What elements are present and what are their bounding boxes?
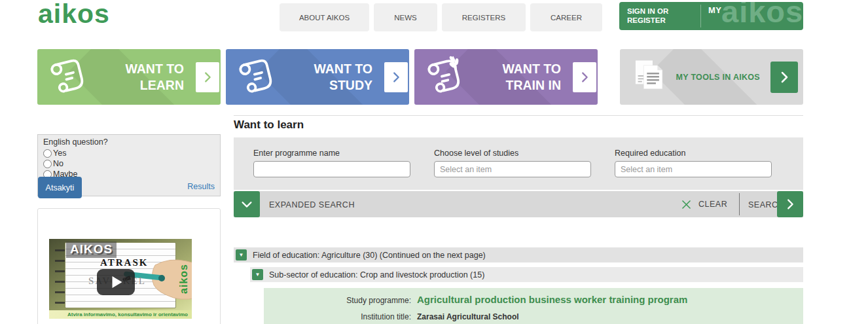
institution-title-value: Zarasai Agricultural School <box>417 312 519 321</box>
required-education-select[interactable] <box>615 161 772 177</box>
study-programme-card[interactable]: Study programme: Agricultural production… <box>264 288 803 324</box>
poll-submit-button[interactable]: Atsakyti <box>38 177 82 198</box>
video-thumbnail[interactable]: AIKOS ATRASK SAVO KEL aikos Atvira infor… <box>49 239 192 319</box>
radio-no[interactable] <box>43 160 52 168</box>
study-programme-link[interactable]: Agricultural production business worker … <box>417 294 687 305</box>
clear-button[interactable]: CLEAR <box>680 191 727 217</box>
result-group-sub-sector[interactable]: Sub-sector of education: Crop and livest… <box>250 267 803 282</box>
expanded-search-label: EXPANDED SEARCH <box>269 200 355 209</box>
chevron-down-icon <box>240 197 254 211</box>
poll-option-no[interactable]: No <box>43 158 215 169</box>
field-programme-name: Enter programme name <box>253 149 410 177</box>
thumbnail-side-brand: aikos <box>178 264 190 294</box>
aikos-logo[interactable]: aikos <box>38 0 110 29</box>
my-aikos-label: MY <box>708 5 722 15</box>
result-group-label: Sub-sector of education: Crop and livest… <box>269 270 484 279</box>
scroll-icon <box>46 56 88 98</box>
nav-career[interactable]: CAREER <box>530 3 602 31</box>
page: aikos ABOUT AIKOS NEWS REGISTERS CAREER … <box>0 0 868 324</box>
level-of-studies-select[interactable] <box>434 161 591 177</box>
spiral-binding <box>55 245 65 304</box>
sign-in-register-label: SIGN IN OR REGISTER <box>627 7 695 25</box>
top-nav: ABOUT AIKOS NEWS REGISTERS CAREER <box>280 3 602 31</box>
nav-news[interactable]: NEWS <box>374 3 437 31</box>
institution-title-label: Institution title: <box>264 312 417 321</box>
poll-question: English question? <box>43 137 215 147</box>
thumbnail-caption: Atvira informavimo, konsultavimo ir orie… <box>49 310 192 319</box>
poll-results-link[interactable]: Results <box>187 182 215 191</box>
chevron-right-icon <box>783 197 797 211</box>
search-panel: Enter programme name Choose level of stu… <box>234 137 803 190</box>
programme-row: Study programme: Agricultural production… <box>264 294 803 305</box>
programme-name-input[interactable] <box>253 161 410 177</box>
divider <box>739 193 740 215</box>
field-level-of-studies: Choose level of studies <box>434 149 591 177</box>
level-of-studies-label: Choose level of studies <box>434 149 591 158</box>
expand-search-button[interactable] <box>234 191 260 217</box>
search-button[interactable] <box>777 191 803 217</box>
clear-label: CLEAR <box>698 200 727 209</box>
banner-want-to-learn[interactable]: WANT TO LEARN <box>37 49 221 105</box>
poll-option-yes[interactable]: Yes <box>43 148 215 158</box>
chevron-right-icon <box>384 62 408 92</box>
required-education-label: Required education <box>615 149 772 158</box>
result-group-field-of-education[interactable]: Field of education: Agriculture (30) (Co… <box>234 247 803 262</box>
banner-want-to-train-in[interactable]: WANT TO TRAIN IN <box>414 49 598 105</box>
chevron-right-icon <box>573 62 596 92</box>
scroll-icon <box>235 56 277 98</box>
my-aikos-brand: aikos <box>721 2 803 29</box>
banner-want-to-study[interactable]: WANT TO STUDY <box>226 49 409 105</box>
sign-in-register-button[interactable]: SIGN IN OR REGISTER MY aikos <box>619 2 803 30</box>
poll-widget: English question? Yes No Maybe Atsakyti … <box>37 134 221 196</box>
collapse-triangle-icon[interactable] <box>252 269 263 280</box>
nav-about-aikos[interactable]: ABOUT AIKOS <box>280 3 369 31</box>
result-group-label: Field of education: Agriculture (30) (Co… <box>253 251 486 260</box>
banner-label: WANT TO TRAIN IN <box>502 61 561 94</box>
programme-name-label: Enter programme name <box>253 149 410 158</box>
banner-my-tools-in-aikos[interactable]: MY TOOLS IN AIKOS <box>620 49 803 105</box>
thumbnail-text-1: ATRASK <box>100 257 148 268</box>
radio-yes[interactable] <box>43 149 52 158</box>
play-button[interactable] <box>97 269 135 295</box>
banner-label: WANT TO STUDY <box>314 61 372 94</box>
x-icon <box>680 198 693 211</box>
study-programme-label: Study programme: <box>264 296 417 305</box>
poll-option-label: No <box>53 159 63 168</box>
expanded-search-bar: EXPANDED SEARCH CLEAR SEARCH <box>234 191 803 217</box>
banner-label: MY TOOLS IN AIKOS <box>676 73 761 82</box>
documents-icon <box>629 56 671 98</box>
video-card: AIKOS ATRASK SAVO KEL aikos Atvira infor… <box>37 208 221 324</box>
field-required-education: Required education <box>615 149 772 177</box>
nav-registers[interactable]: REGISTERS <box>442 3 526 31</box>
banner-label: WANT TO LEARN <box>125 61 184 94</box>
divider <box>234 115 803 116</box>
page-title: Want to learn <box>234 118 304 132</box>
chevron-right-icon <box>770 62 798 93</box>
signin-divider <box>700 5 701 27</box>
chevron-right-icon <box>196 62 219 92</box>
thumbnail-brand-overlay: AIKOS <box>66 242 117 258</box>
scroll-feather-icon <box>424 56 465 98</box>
poll-option-label: Yes <box>53 149 66 158</box>
collapse-triangle-icon[interactable] <box>236 249 247 261</box>
institution-row: Institution title: Zarasai Agricultural … <box>264 312 803 321</box>
